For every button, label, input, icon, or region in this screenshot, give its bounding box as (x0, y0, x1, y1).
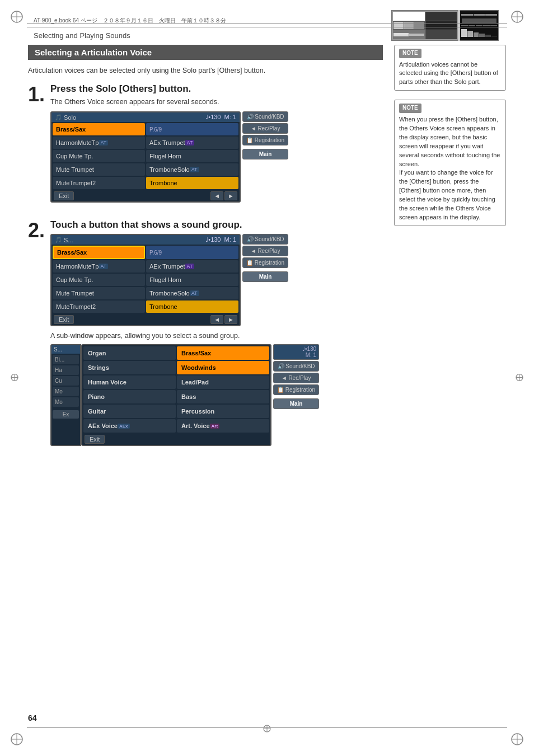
main-btn-1[interactable]: Main (242, 149, 288, 159)
screen-bottom-2: Exit ◄ ► (51, 314, 240, 325)
note-text-1: Articulation voices cannot be selected u… (399, 60, 501, 87)
main-btn-2[interactable]: Main (242, 271, 288, 282)
step-1-number: 1. (28, 83, 50, 208)
screen-cell-page-1: P.6/9 (146, 123, 238, 135)
sound-kbd-btn-3[interactable]: 🔊 Sound/KBD (273, 361, 319, 372)
sg-strings[interactable]: Strings (83, 361, 176, 374)
sg-woodwinds[interactable]: Woodwinds (177, 361, 269, 374)
exit-btn-1[interactable]: Exit (54, 191, 74, 200)
right-panel-2: 🔊 Sound/KBD ◄ Rec/Play 📋 Registration Ma… (242, 234, 288, 282)
reg-mark-bottom (263, 724, 271, 735)
screen-cell-flugel-2[interactable]: Flugel Horn (146, 274, 238, 286)
nav-arrows-2: ◄ ► (210, 315, 237, 324)
note-label-2: NOTE (399, 104, 421, 113)
rec-play-btn-2[interactable]: ◄ Rec/Play (242, 246, 288, 256)
exit-btn-subwindow[interactable]: Exit (85, 435, 105, 444)
step-1-desc: The Others Voice screen appears for seve… (50, 98, 383, 106)
right-panel-1: 🔊 Sound/KBD ◄ Rec/Play 📋 Registration Ma… (242, 111, 288, 159)
sound-group-grid: Organ Brass/Sax Strings Woodwinds Human … (82, 345, 270, 434)
main-content: Selecting a Articulation Voice Articulat… (28, 45, 383, 457)
screen-cell-mute-trumpet-2[interactable]: Mute Trumpet (53, 287, 145, 299)
screen-cell-aex-trumpet-2[interactable]: AEx Trumpet AT (146, 260, 238, 273)
sound-group-bottom: Exit (82, 434, 270, 445)
right-panel-3: ♩•130M: 1 🔊 Sound/KBD ◄ Rec/Play 📋 Regis… (273, 344, 319, 409)
corner-tr (510, 10, 524, 24)
nav-prev-2[interactable]: ◄ (210, 315, 223, 324)
screen-3-combined: S... Bi... Ha Cu Mo Mo Ex (50, 344, 271, 446)
corner-bl (10, 732, 24, 746)
screen-cell-brass-sax-1[interactable]: Brass/Sax (53, 123, 145, 135)
screen-mockup-1: 🎵 Solo ♩•130 M: 1 Brass/Sax P.6/9 Harmon… (50, 111, 383, 203)
note-text-2: When you press the [Others] button, the … (399, 115, 501, 222)
page-number: 64 (28, 713, 37, 722)
screen-cell-page-2: P.6/9 (146, 246, 238, 259)
registration-btn-3[interactable]: 📋 Registration (273, 384, 319, 395)
reg-mark-right (515, 373, 524, 383)
step-2-title: Touch a button that shows a sound group. (50, 219, 383, 231)
step-2-content: Touch a button that shows a sound group.… (50, 219, 383, 446)
screen-cell-harmonmute-1[interactable]: HarmonMuteTp AT (53, 137, 145, 149)
nav-next-2[interactable]: ► (224, 315, 237, 324)
sg-brass-sax[interactable]: Brass/Sax (177, 346, 269, 360)
main-btn-3[interactable]: Main (273, 398, 319, 409)
screen-display-1: 🎵 Solo ♩•130 M: 1 Brass/Sax P.6/9 Harmon… (50, 111, 241, 203)
screen-cell-trombone-1[interactable]: Trombone (146, 177, 238, 189)
rec-play-btn-1[interactable]: ◄ Rec/Play (242, 123, 288, 134)
note-box-2: NOTE When you press the [Others] button,… (394, 100, 506, 226)
screen-cell-harmonmute-2[interactable]: HarmonMuteTp AT (53, 260, 145, 273)
breadcrumb: Selecting and Playing Sounds (34, 31, 130, 40)
sg-piano[interactable]: Piano (83, 390, 176, 403)
screen-cell-mute-trumpet2-2[interactable]: MuteTrumpet2 (53, 300, 145, 313)
screen-display-2: 🎵 S... ♩•130 M: 1 Brass/Sax P.6/9 Harmon… (50, 234, 241, 326)
screen-3-left-partial: S... Bi... Ha Cu Mo Mo Ex (50, 344, 81, 446)
nav-next-1[interactable]: ► (224, 191, 237, 200)
step-1-title: Press the Solo [Others] button. (50, 83, 383, 95)
nav-prev-1[interactable]: ◄ (210, 191, 223, 200)
step-2: 2. Touch a button that shows a sound gro… (28, 219, 383, 446)
step-1-content: Press the Solo [Others] button. The Othe… (50, 83, 383, 208)
sound-kbd-btn-1[interactable]: 🔊 Sound/KBD (242, 111, 288, 122)
sg-percussion[interactable]: Percussion (177, 405, 269, 418)
sg-aex-voice[interactable]: AEx Voice AEx (83, 419, 176, 433)
corner-br (510, 732, 524, 746)
sound-group-main: Organ Brass/Sax Strings Woodwinds Human … (81, 344, 271, 446)
rec-play-btn-3[interactable]: ◄ Rec/Play (273, 373, 319, 383)
sg-lead-pad[interactable]: Lead/Pad (177, 375, 269, 389)
note-label-1: NOTE (399, 49, 421, 58)
screen-mockup-2: 🎵 S... ♩•130 M: 1 Brass/Sax P.6/9 Harmon… (50, 234, 383, 326)
sg-organ[interactable]: Organ (83, 346, 176, 360)
section-title: Selecting a Articulation Voice (28, 45, 383, 60)
screen-cell-cup-mute-1[interactable]: Cup Mute Tp. (53, 150, 145, 162)
screen-header-2: 🎵 S... ♩•130 M: 1 (51, 235, 240, 245)
screen-cell-flugel-1[interactable]: Flugel Horn (146, 150, 238, 162)
sub-window-desc: A sub-window appears, allowing you to se… (50, 332, 383, 340)
screen-cell-mute-trumpet-1[interactable]: Mute Trumpet (53, 163, 145, 176)
screen-cell-trombone-2[interactable]: Trombone (146, 300, 238, 313)
screen-cell-mute-trumpet2-1[interactable]: MuteTrumpet2 (53, 177, 145, 189)
header-text: AT-900_e.book 64 ページ ２０８年９月１６日 火曜日 午前１０時… (34, 16, 226, 25)
sound-kbd-btn-2[interactable]: 🔊 Sound/KBD (242, 234, 288, 245)
sg-human-voice[interactable]: Human Voice (83, 375, 176, 389)
reg-mark-left (10, 373, 19, 383)
corner-tl (10, 10, 24, 24)
sg-guitar[interactable]: Guitar (83, 405, 176, 418)
note-box-1: NOTE Articulation voices cannot be selec… (394, 45, 506, 91)
screen-cell-aex-trumpet-1[interactable]: AEx Trumpet AT (146, 137, 238, 149)
note-sidebar: NOTE Articulation voices cannot be selec… (394, 45, 506, 235)
registration-btn-1[interactable]: 📋 Registration (242, 135, 288, 145)
screen-cell-trombone-solo-2[interactable]: TromboneSolo AT (146, 287, 238, 299)
section-intro: Articulation voices can be selected only… (28, 67, 383, 74)
screen-header-1: 🎵 Solo ♩•130 M: 1 (51, 112, 240, 122)
screen-cell-brass-sax-2[interactable]: Brass/Sax (53, 246, 145, 259)
sg-art-voice[interactable]: Art. Voice Art (177, 419, 269, 433)
screen-mockup-3: S... Bi... Ha Cu Mo Mo Ex (50, 344, 383, 446)
step-2-number: 2. (28, 219, 50, 446)
screen-cell-trombone-solo-1[interactable]: TromboneSolo AT (146, 163, 238, 176)
screen-bottom-1: Exit ◄ ► (51, 190, 240, 201)
screen-cell-cup-mute-2[interactable]: Cup Mute Tp. (53, 274, 145, 286)
step-1: 1. Press the Solo [Others] button. The O… (28, 83, 383, 208)
sg-bass[interactable]: Bass (177, 390, 269, 403)
exit-btn-2[interactable]: Exit (54, 315, 74, 324)
registration-btn-2[interactable]: 📋 Registration (242, 257, 288, 268)
header-rule-bottom (27, 27, 507, 27)
